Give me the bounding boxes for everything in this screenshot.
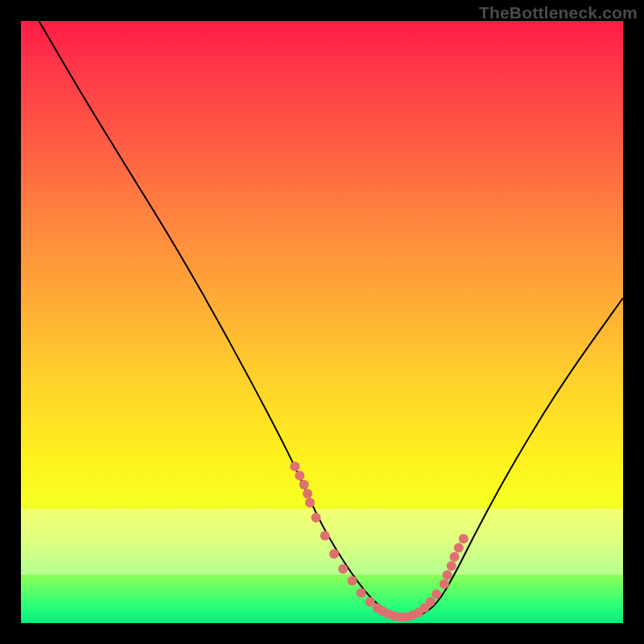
- highlight-dot: [390, 611, 399, 621]
- highlight-dot: [303, 489, 312, 498]
- highlight-dot: [365, 597, 375, 607]
- highlight-dot: [290, 462, 299, 472]
- highlight-dot: [426, 597, 436, 607]
- highlight-dot: [373, 603, 382, 613]
- chart-stage: TheBottleneck.com: [0, 0, 644, 644]
- highlight-dot: [305, 497, 315, 507]
- highlight-dot: [402, 613, 411, 622]
- highlight-dot: [347, 576, 357, 586]
- highlight-dot: [431, 589, 441, 599]
- highlight-dot: [383, 609, 393, 619]
- highlight-dot: [407, 610, 417, 620]
- pale-horizontal-band: [21, 509, 623, 575]
- highlight-dot: [395, 613, 405, 622]
- highlight-dot: [295, 471, 304, 481]
- highlight-dot: [440, 579, 449, 588]
- watermark-text: TheBottleneck.com: [479, 3, 638, 23]
- highlight-dot: [414, 608, 423, 617]
- plot-area: [21, 21, 623, 623]
- highlight-dot: [419, 603, 429, 613]
- highlight-dot: [357, 588, 366, 598]
- highlight-dot: [378, 606, 387, 616]
- highlight-dot: [299, 480, 309, 489]
